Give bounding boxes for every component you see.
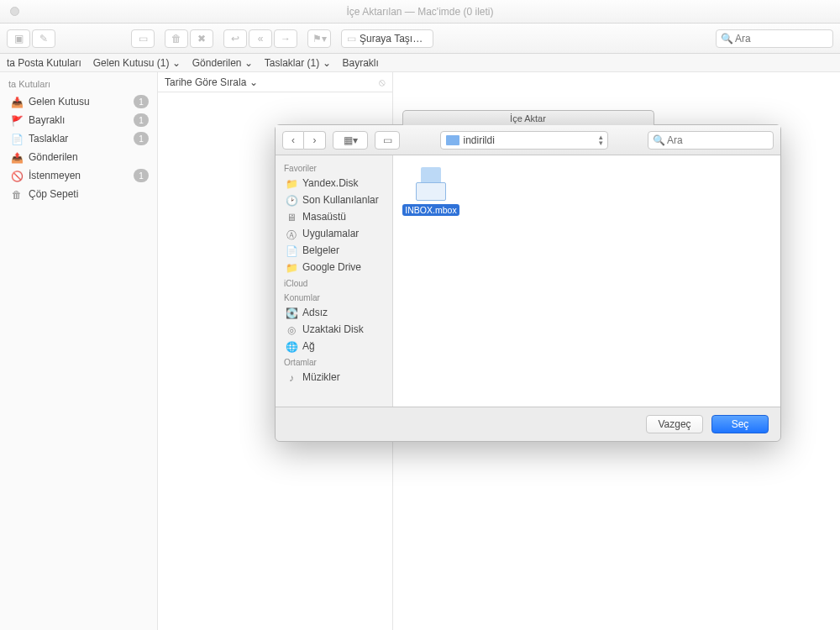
file-item[interactable]: INBOX.mbox bbox=[402, 164, 460, 216]
location-label: Yandex.Disk bbox=[302, 177, 358, 189]
sidebar-item[interactable]: 📄Taslaklar1 bbox=[0, 129, 157, 148]
sidebar-section-header: Favoriler bbox=[276, 160, 392, 175]
mbox-icon bbox=[412, 164, 449, 201]
sidebar-location-item[interactable]: 🖥Masaüstü bbox=[276, 208, 392, 225]
mailbox-icon: 📤 bbox=[10, 152, 24, 163]
toolbar: ▣ ✎ ▭ 🗑 ✖ ↩ « → ⚑▾ ▭ Şuraya Taşı… 🔍 bbox=[0, 24, 840, 54]
cancel-button[interactable]: Vazgeç bbox=[646, 415, 703, 433]
chevron-updown-icon: ▴▾ bbox=[599, 134, 603, 146]
sidebar: ta Kutuları 📥Gelen Kutusu1🚩Bayraklı1📄Tas… bbox=[0, 72, 158, 630]
location-label: Müzikler bbox=[302, 371, 340, 383]
import-dialog: İçe Aktar ‹ › ▦▾ ▭ indirildi ▴▾ 🔍 Favori… bbox=[275, 124, 781, 442]
mailbox-icon: 🚫 bbox=[10, 171, 24, 181]
sidebar-item[interactable]: 📥Gelen Kutusu1 bbox=[0, 92, 157, 111]
location-icon: 🌐 bbox=[286, 341, 297, 351]
forward-button[interactable]: → bbox=[274, 29, 297, 48]
location-icon: 📁 bbox=[286, 178, 297, 188]
count-badge: 1 bbox=[134, 169, 149, 182]
reply-all-button[interactable]: « bbox=[249, 29, 272, 48]
count-badge: 1 bbox=[134, 95, 149, 108]
sidebar-item[interactable]: 🚩Bayraklı1 bbox=[0, 111, 157, 129]
file-name: INBOX.mbox bbox=[402, 204, 459, 216]
folder-name: indirildi bbox=[464, 134, 495, 146]
location-icon: 💽 bbox=[286, 307, 297, 318]
toolbar-search-input[interactable] bbox=[716, 29, 833, 48]
location-label: Masaüstü bbox=[302, 211, 346, 223]
location-icon: ◎ bbox=[286, 324, 297, 334]
mailbox-icon: 📥 bbox=[10, 97, 24, 108]
group-button[interactable]: ▭ bbox=[375, 131, 400, 150]
dialog-footer: Vazgeç Seç bbox=[276, 407, 780, 441]
dialog-title: İçe Aktar bbox=[402, 110, 654, 125]
back-button[interactable]: ‹ bbox=[282, 131, 304, 150]
fav-item[interactable]: Bayraklı bbox=[343, 57, 379, 69]
location-label: Google Drive bbox=[302, 261, 361, 273]
sidebar-item[interactable]: 📤Gönderilen bbox=[0, 148, 157, 166]
sidebar-section-header: iCloud bbox=[276, 276, 392, 290]
sidebar-header: ta Kutuları bbox=[0, 77, 157, 92]
fav-item[interactable]: Taslaklar (1) ⌄ bbox=[265, 57, 331, 69]
sort-hide-icon[interactable]: ⦸ bbox=[379, 76, 386, 88]
dialog-sidebar: Favoriler📁Yandex.Disk🕑Son Kullanılanlar🖥… bbox=[276, 155, 393, 407]
view-mode-button[interactable]: ▦▾ bbox=[333, 131, 368, 150]
sidebar-location-item[interactable]: ⒶUygulamalar bbox=[276, 225, 392, 242]
fav-item[interactable]: Gönderilen ⌄ bbox=[192, 57, 253, 69]
mailbox-icon: 🚩 bbox=[10, 115, 24, 126]
location-label: Ağ bbox=[302, 340, 315, 352]
sidebar-location-item[interactable]: 📁Google Drive bbox=[276, 259, 392, 276]
dialog-search[interactable]: 🔍 bbox=[648, 131, 774, 150]
compose-button[interactable]: ✎ bbox=[32, 29, 55, 48]
sort-header[interactable]: Tarihe Göre Sırala ⌄ ⦸ bbox=[158, 72, 392, 92]
location-icon: 📁 bbox=[286, 262, 297, 272]
sidebar-location-item[interactable]: 🌐Ağ bbox=[276, 338, 392, 354]
move-to-button[interactable]: ▭ Şuraya Taşı… bbox=[341, 29, 433, 48]
dialog-search-input[interactable] bbox=[648, 131, 774, 150]
fav-item[interactable]: ta Posta Kutuları bbox=[7, 57, 81, 69]
search-icon: 🔍 bbox=[721, 33, 733, 45]
location-label: Son Kullanılanlar bbox=[302, 194, 379, 206]
fav-item[interactable]: Gelen Kutusu (1) ⌄ bbox=[93, 57, 181, 69]
sidebar-location-item[interactable]: 💽Adsız bbox=[276, 304, 392, 321]
toolbar-search[interactable]: 🔍 bbox=[716, 29, 833, 48]
location-label: Adsız bbox=[302, 307, 328, 318]
sidebar-location-item[interactable]: 📁Yandex.Disk bbox=[276, 175, 392, 192]
location-icon: 📄 bbox=[286, 245, 297, 255]
location-icon: 🖥 bbox=[286, 212, 297, 222]
folder-icon bbox=[446, 135, 459, 145]
location-label: Uygulamalar bbox=[302, 228, 359, 239]
sidebar-item[interactable]: 🚫İstenmeyen1 bbox=[0, 166, 157, 185]
sidebar-section-header: Ortamlar bbox=[276, 354, 392, 369]
folder-popup[interactable]: indirildi ▴▾ bbox=[440, 131, 608, 150]
location-icon: ♪ bbox=[286, 372, 297, 382]
delete-button[interactable]: 🗑 bbox=[165, 29, 188, 48]
mailbox-icon: 📄 bbox=[10, 134, 24, 144]
location-label: Uzaktaki Disk bbox=[302, 323, 364, 335]
location-icon: 🕑 bbox=[286, 195, 297, 205]
mailbox-label: Taslaklar bbox=[29, 133, 68, 144]
mailbox-label: İstenmeyen bbox=[29, 170, 81, 181]
junk-button[interactable]: ✖ bbox=[190, 29, 213, 48]
titlebar: İçe Aktarılan — Mac'imde (0 ileti) bbox=[0, 0, 840, 24]
search-icon: 🔍 bbox=[653, 134, 665, 146]
sidebar-location-item[interactable]: 🕑Son Kullanılanlar bbox=[276, 192, 392, 208]
sidebar-item[interactable]: 🗑Çöp Sepeti bbox=[0, 185, 157, 203]
archive-button[interactable]: ▭ bbox=[131, 29, 155, 48]
mailbox-label: Çöp Sepeti bbox=[29, 188, 78, 200]
count-badge: 1 bbox=[134, 132, 149, 145]
window-title: İçe Aktarılan — Mac'imde (0 ileti) bbox=[0, 6, 840, 18]
forward-button[interactable]: › bbox=[304, 131, 326, 150]
reply-button[interactable]: ↩ bbox=[223, 29, 247, 48]
mailbox-icon: 🗑 bbox=[10, 189, 24, 200]
mailbox-label: Gönderilen bbox=[29, 151, 78, 163]
file-area[interactable]: INBOX.mbox bbox=[393, 155, 780, 407]
favorites-bar: ta Posta Kutuları Gelen Kutusu (1) ⌄ Gön… bbox=[0, 54, 840, 72]
choose-button[interactable]: Seç bbox=[711, 415, 769, 433]
sidebar-location-item[interactable]: 📄Belgeler bbox=[276, 242, 392, 259]
mailbox-label: Bayraklı bbox=[29, 114, 65, 126]
get-mail-button[interactable]: ▣ bbox=[7, 29, 30, 48]
mailbox-label: Gelen Kutusu bbox=[29, 96, 90, 108]
dialog-toolbar: ‹ › ▦▾ ▭ indirildi ▴▾ 🔍 bbox=[276, 125, 780, 155]
sidebar-location-item[interactable]: ◎Uzaktaki Disk bbox=[276, 321, 392, 338]
flag-button[interactable]: ⚑▾ bbox=[307, 29, 331, 48]
sidebar-location-item[interactable]: ♪Müzikler bbox=[276, 369, 392, 386]
